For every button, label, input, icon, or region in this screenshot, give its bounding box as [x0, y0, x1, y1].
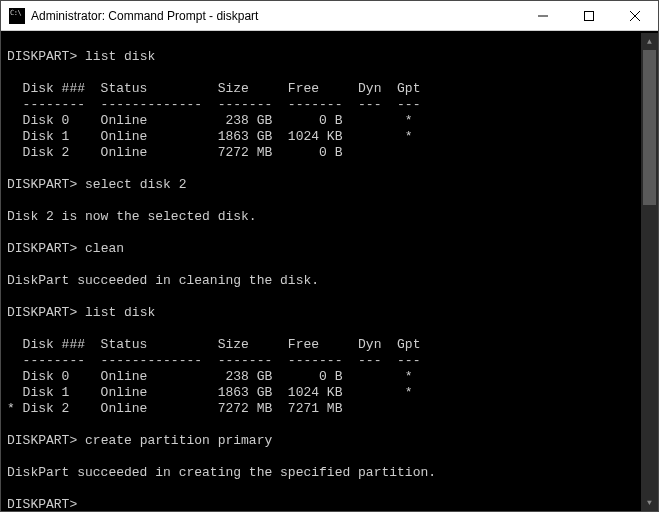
minimize-button[interactable]: [520, 1, 566, 30]
window-title: Administrator: Command Prompt - diskpart: [31, 9, 520, 23]
table-header: Disk ### Status Size Free Dyn Gpt: [7, 81, 420, 96]
table-divider: -------- ------------- ------- ------- -…: [7, 97, 420, 112]
table-header: Disk ### Status Size Free Dyn Gpt: [7, 337, 420, 352]
terminal[interactable]: DISKPART> list disk Disk ### Status Size…: [1, 31, 658, 511]
cmd-icon: [9, 8, 25, 24]
table-row: Disk 2 Online 7272 MB 0 B: [7, 145, 342, 160]
command: create partition primary: [85, 433, 272, 448]
prompt: DISKPART>: [7, 241, 77, 256]
svg-rect-1: [585, 11, 594, 20]
table-row: * Disk 2 Online 7272 MB 7271 MB: [7, 401, 342, 416]
window-controls: [520, 1, 658, 30]
maximize-button[interactable]: [566, 1, 612, 30]
close-button[interactable]: [612, 1, 658, 30]
output-message: DiskPart succeeded in cleaning the disk.: [7, 273, 319, 288]
output-message: Disk 2 is now the selected disk.: [7, 209, 257, 224]
titlebar[interactable]: Administrator: Command Prompt - diskpart: [1, 1, 658, 31]
command: list disk: [85, 305, 155, 320]
prompt: DISKPART>: [7, 433, 77, 448]
prompt: DISKPART>: [7, 497, 77, 511]
table-row: Disk 0 Online 238 GB 0 B *: [7, 369, 413, 384]
table-row: Disk 1 Online 1863 GB 1024 KB *: [7, 129, 413, 144]
table-divider: -------- ------------- ------- ------- -…: [7, 353, 420, 368]
table-row: Disk 0 Online 238 GB 0 B *: [7, 113, 413, 128]
prompt: DISKPART>: [7, 49, 77, 64]
prompt: DISKPART>: [7, 177, 77, 192]
prompt: DISKPART>: [7, 305, 77, 320]
scroll-down-arrow[interactable]: ▼: [641, 494, 658, 511]
output-message: DiskPart succeeded in creating the speci…: [7, 465, 436, 480]
scrollbar[interactable]: ▲ ▼: [641, 33, 658, 511]
command: list disk: [85, 49, 155, 64]
scroll-track[interactable]: [641, 50, 658, 494]
scroll-up-arrow[interactable]: ▲: [641, 33, 658, 50]
terminal-output: DISKPART> list disk Disk ### Status Size…: [7, 33, 641, 511]
scroll-thumb[interactable]: [643, 50, 656, 205]
command: select disk 2: [85, 177, 186, 192]
table-row: Disk 1 Online 1863 GB 1024 KB *: [7, 385, 413, 400]
command: clean: [85, 241, 124, 256]
